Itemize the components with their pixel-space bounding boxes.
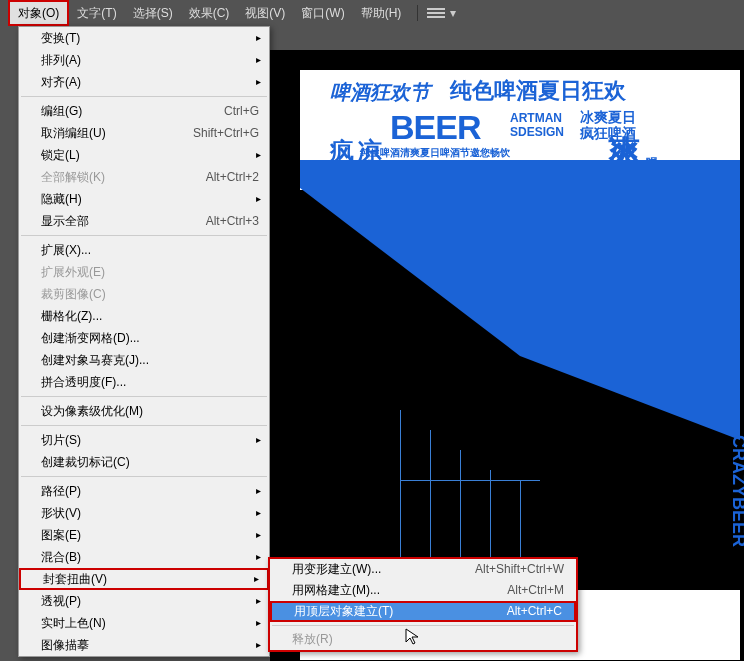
menu-window[interactable]: 窗口(W) xyxy=(293,0,352,26)
chevron-right-icon: ▸ xyxy=(256,612,261,634)
menu-effect[interactable]: 效果(C) xyxy=(181,0,238,26)
chevron-right-icon: ▸ xyxy=(256,502,261,524)
submenu-make-with-mesh[interactable]: 用网格建立(M)...Alt+Ctrl+M xyxy=(270,580,576,601)
chevron-right-icon: ▸ xyxy=(256,27,261,49)
menu-object[interactable]: 对象(O) xyxy=(8,0,69,26)
menu-select[interactable]: 选择(S) xyxy=(125,0,181,26)
menu-shape[interactable]: 形状(V)▸ xyxy=(19,502,269,524)
art-text: CRAZYBEER xyxy=(730,435,744,547)
menu-separator xyxy=(21,396,267,397)
menu-perspective[interactable]: 透视(P)▸ xyxy=(19,590,269,612)
menu-flatten-transparency[interactable]: 拼合透明度(F)... xyxy=(19,371,269,393)
menu-crop-image[interactable]: 裁剪图像(C) xyxy=(19,283,269,305)
chevron-right-icon: ▸ xyxy=(256,590,261,612)
menu-separator xyxy=(272,625,574,626)
envelope-submenu: 用变形建立(W)...Alt+Shift+Ctrl+W 用网格建立(M)...A… xyxy=(268,557,578,652)
menu-envelope-distort[interactable]: 封套扭曲(V)▸ xyxy=(19,568,269,590)
menu-live-paint[interactable]: 实时上色(N)▸ xyxy=(19,612,269,634)
menu-ungroup[interactable]: 取消编组(U)Shift+Ctrl+G xyxy=(19,122,269,144)
chevron-down-icon[interactable]: ▾ xyxy=(450,6,456,20)
menu-image-trace[interactable]: 图像描摹▸ xyxy=(19,634,269,656)
menu-help[interactable]: 帮助(H) xyxy=(353,0,410,26)
menu-lock[interactable]: 锁定(L)▸ xyxy=(19,144,269,166)
menubar: 对象(O) 文字(T) 选择(S) 效果(C) 视图(V) 窗口(W) 帮助(H… xyxy=(0,0,744,26)
menu-slice[interactable]: 切片(S)▸ xyxy=(19,429,269,451)
chevron-right-icon: ▸ xyxy=(256,634,261,656)
chevron-right-icon: ▸ xyxy=(256,144,261,166)
chevron-right-icon: ▸ xyxy=(256,71,261,93)
chevron-right-icon: ▸ xyxy=(256,546,261,568)
menu-group[interactable]: 编组(G)Ctrl+G xyxy=(19,100,269,122)
menu-view[interactable]: 视图(V) xyxy=(237,0,293,26)
menu-trim-marks[interactable]: 创建裁切标记(C) xyxy=(19,451,269,473)
menu-type[interactable]: 文字(T) xyxy=(69,0,124,26)
menu-separator xyxy=(21,96,267,97)
chevron-right-icon: ▸ xyxy=(254,570,259,588)
chevron-right-icon: ▸ xyxy=(256,480,261,502)
chevron-right-icon: ▸ xyxy=(256,188,261,210)
art-text: 纯生啤酒清爽夏日啤酒节邀您畅饮 xyxy=(360,148,510,158)
submenu-make-with-warp[interactable]: 用变形建立(W)...Alt+Shift+Ctrl+W xyxy=(270,559,576,580)
menu-hide[interactable]: 隐藏(H)▸ xyxy=(19,188,269,210)
art-text: 纯色啤酒夏日狂欢 xyxy=(450,80,626,102)
art-text: ARTMAN xyxy=(510,112,562,124)
menu-transform[interactable]: 变换(T)▸ xyxy=(19,27,269,49)
art-text: SDESIGN xyxy=(510,126,564,138)
menu-rasterize[interactable]: 栅格化(Z)... xyxy=(19,305,269,327)
menu-show-all[interactable]: 显示全部Alt+Ctrl+3 xyxy=(19,210,269,232)
art-text: 啤酒狂欢节 xyxy=(330,82,430,102)
art-text: 疯狂啤酒 xyxy=(580,126,636,140)
menu-blend[interactable]: 混合(B)▸ xyxy=(19,546,269,568)
art-text: 冰爽夏日 xyxy=(580,110,636,124)
menu-object-mosaic[interactable]: 创建对象马赛克(J)... xyxy=(19,349,269,371)
submenu-make-with-top[interactable]: 用顶层对象建立(T)Alt+Ctrl+C xyxy=(270,601,576,622)
menu-gradient-mesh[interactable]: 创建渐变网格(D)... xyxy=(19,327,269,349)
submenu-release[interactable]: 释放(R) xyxy=(270,629,576,650)
menu-align[interactable]: 对齐(A)▸ xyxy=(19,71,269,93)
chevron-right-icon: ▸ xyxy=(256,49,261,71)
menu-separator xyxy=(21,235,267,236)
menu-pattern[interactable]: 图案(E)▸ xyxy=(19,524,269,546)
menu-separator xyxy=(21,476,267,477)
arrange-icon[interactable] xyxy=(426,6,446,20)
menu-separator xyxy=(21,425,267,426)
separator xyxy=(417,5,418,21)
menu-path[interactable]: 路径(P)▸ xyxy=(19,480,269,502)
cursor-icon xyxy=(405,628,423,650)
art-text: BEER xyxy=(390,110,480,144)
menu-unlock-all[interactable]: 全部解锁(K)Alt+Ctrl+2 xyxy=(19,166,269,188)
chevron-right-icon: ▸ xyxy=(256,429,261,451)
object-menu-dropdown: 变换(T)▸ 排列(A)▸ 对齐(A)▸ 编组(G)Ctrl+G 取消编组(U)… xyxy=(18,26,270,657)
menu-pixel-perfect[interactable]: 设为像素级优化(M) xyxy=(19,400,269,422)
menu-expand-appearance[interactable]: 扩展外观(E) xyxy=(19,261,269,283)
chevron-right-icon: ▸ xyxy=(256,524,261,546)
menu-expand[interactable]: 扩展(X)... xyxy=(19,239,269,261)
menu-arrange[interactable]: 排列(A)▸ xyxy=(19,49,269,71)
